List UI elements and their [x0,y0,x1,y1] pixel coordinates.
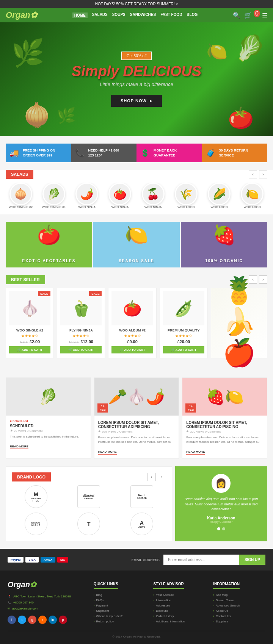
footer-logo: Organ✿ [8,580,86,589]
signup-button[interactable]: SIGN UP [239,555,265,565]
product-price-1: £3.00 £2.00 [9,339,50,344]
feature-return: 🧳 30 DAYS RETURN SERVICE [202,144,268,162]
list-item[interactable]: 🍒 WOO NINJA [138,183,168,209]
nav-sandwiches[interactable]: SANDWICHES [130,13,156,18]
footer-link[interactable]: About Us [213,609,265,613]
read-more-3[interactable]: READ MORE [186,450,205,455]
product-name-3: WOO ALBUM #2 [111,328,153,332]
footer-link[interactable]: Suppliers [213,620,265,623]
search-icon[interactable]: 🔍 [233,12,240,19]
email-input[interactable] [163,555,239,565]
shop-now-button[interactable]: SHOP NOW [111,95,162,107]
list-item[interactable]: 🌽 WOO LOGO [204,183,234,209]
list-item[interactable]: 🌶️ WOO NINJA [72,183,102,209]
promo-season[interactable]: 🍋 SEASON SALE [93,222,180,267]
footer-link[interactable]: Information [153,599,206,602]
footer-link[interactable]: Site Map [213,593,265,597]
brand-title: BRAND LOGO [12,472,51,481]
footer-link[interactable]: Return policy [94,620,146,623]
footer-social: f t g r in p [8,616,86,624]
nav-blog[interactable]: BLOG [187,13,198,18]
twitter-icon[interactable]: t [18,616,26,624]
shipping-icon: 🚚 [9,148,19,158]
list-item[interactable]: 🌾 WOO LOGO [171,183,201,209]
footer-link[interactable]: FAQs [94,599,146,602]
blog-date-3: 14FEB [185,403,196,413]
product-card-1: SALE 🧄 WOO SINGLE #2 ★★★★☆ £3.00 £2.00 🛒… [6,288,54,358]
product-card-3: 🍅 WOO ALBUM #2 ★★★★☆ £9.00 🛒 ADD TO CART [108,288,156,358]
promo-organic[interactable]: 🍓 100% ORGANIC [181,222,267,267]
read-more-2[interactable]: READ MORE [98,450,117,455]
product-image-4: 🫛 [163,291,204,325]
rss-icon[interactable]: r [38,616,47,624]
feature-phone: 📞 NEED HELP +1 800 123 1234 [71,144,137,162]
googleplus-icon[interactable]: g [28,616,36,624]
blog-image-1: 🥬 [6,378,91,416]
footer-link[interactable]: Discount [153,609,206,613]
blog-image-2: 🥕🧄🌶️ 14FEB [94,378,179,416]
add-to-cart-1[interactable]: 🛒 ADD TO CART [9,346,50,353]
promo-organic-label: 100% ORGANIC [205,259,243,263]
brand-logo-2[interactable]: Market EXPERT [77,485,100,508]
add-to-cart-4[interactable]: 🛒 ADD TO CART [163,346,204,353]
product-image-1: 🧄 [9,291,50,325]
product-stars-1: ★★★★☆ [9,334,50,338]
menu-icon[interactable]: ☰ [262,12,267,19]
site-logo[interactable]: Organ✿ [6,10,37,20]
blog-card-3: 🍓🍋 14FEB LOREM IPSUM DOLOR SIT AMET, CON… [182,377,267,459]
blog-section: 🥬 ■ Scheduled SCHEDULED 👁 79 Views 0 Com… [0,377,273,459]
footer-link[interactable]: Search Terms [213,599,265,602]
footer-link[interactable]: Advanced Search [213,604,265,607]
salads-next[interactable]: › [259,170,267,178]
footer-link[interactable]: Contact Us [213,614,265,618]
footer-link[interactable]: Shipment [94,609,146,613]
brand-logo-1[interactable]: M MASON HILL [25,485,47,508]
list-item[interactable]: 🍅 WOO NINJA [105,183,135,209]
blog-excerpt-2: Fusce ac pharetra uma. Duis non lacus si… [98,435,175,444]
paypal-icon: PayPal [8,557,24,563]
pinterest-icon[interactable]: p [59,616,67,624]
nav-salads[interactable]: SALADS [92,13,108,18]
add-to-cart-2[interactable]: 🛒 ADD TO CART [60,346,102,353]
list-item[interactable]: 🧅 WOO SINGLE #2 [6,183,36,209]
list-item[interactable]: 🥬 WOO SINGLE #1 [39,183,69,209]
add-to-cart-3[interactable]: 🛒 ADD TO CART [111,346,153,353]
linkedin-icon[interactable]: in [49,616,57,624]
testimonial-box: 👩 "Vtae sodales akq uam mollit non sem l… [175,466,267,541]
product-image-2: 🫑 [60,291,102,325]
nav-fastfood[interactable]: FAST FOOD [160,13,182,18]
testimonial-quote: "Vtae sodales akq uam mollit non sem lac… [183,497,260,512]
brand-prev[interactable]: ‹ [147,473,156,481]
product-name-1: WOO SINGLE #2 [9,328,50,332]
read-more-1[interactable]: READ MORE [10,445,28,449]
brand-logo-6[interactable]: A ALIVE [130,513,153,535]
site-header: Organ✿ HOME SALADS SOUPS SANDWICHES FAST… [0,8,273,22]
brand-logo-5[interactable]: T [77,513,100,535]
footer-link[interactable]: Payment [94,604,146,607]
dot-2[interactable] [222,527,225,530]
return-icon: 🧳 [206,148,215,158]
feature-moneyback: 💲 MONEY BACK GUARANTEE [136,144,202,162]
promo-banners: 🍅 EXOTIC VEGETABLES 🍋 SEASON SALE 🍓 100%… [6,222,267,267]
footer-link[interactable]: Additional information [153,620,206,623]
footer-link[interactable]: Where is my order? [94,614,146,618]
brand-next[interactable]: › [158,473,166,481]
footer-inner: Organ✿ 📍ABC Town Lation Street, New York… [8,580,265,625]
nav-home[interactable]: HOME [72,13,88,18]
cart-icon[interactable]: 🛒0 [244,12,258,19]
dot-1[interactable] [217,527,220,530]
salads-prev[interactable]: ‹ [249,170,257,178]
list-item[interactable]: 🍋 WOO LOGO [237,183,267,209]
feature-shipping: 🚚 FREE SHIPPING ON ORDER OVER $99 [6,144,71,162]
facebook-icon[interactable]: f [8,616,16,624]
footer-link[interactable]: Your Account [153,593,206,597]
nav-soups[interactable]: SOUPS [112,13,126,18]
promo-exotic[interactable]: 🍅 EXOTIC VEGETABLES [6,222,92,267]
footer-link[interactable]: Order History [153,614,206,618]
footer-link[interactable]: Addresses [153,604,206,607]
footer-link[interactable]: Blog [94,593,146,597]
brand-logo-3[interactable]: North Kitchen [130,485,153,508]
salads-header: SALADS ‹ › [6,170,267,179]
blog-title-2: LOREM IPSUM DOLOR SIT AMET, CONSECTETUR … [98,420,175,429]
brand-logo-4[interactable]: DISCO NIGHT [25,513,47,535]
